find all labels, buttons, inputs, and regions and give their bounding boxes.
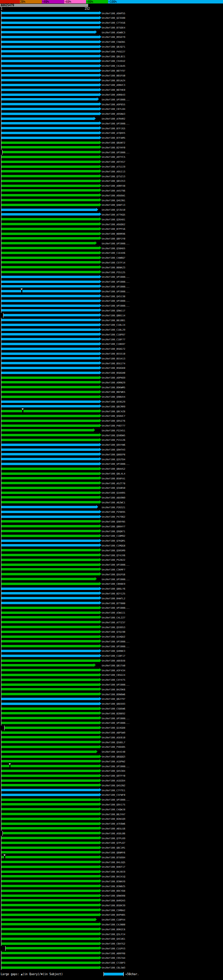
hit-bar[interactable] [2, 396, 99, 398]
hit-bar[interactable] [2, 353, 99, 355]
hit-label[interactable]: UniRef100_Q1HQU2 [102, 635, 125, 638]
hit-label[interactable]: UniRef100_B4Z9K6 [102, 688, 125, 691]
hit-label[interactable]: UniRef100_A8P5W9 [102, 732, 125, 734]
hit-label[interactable]: UniRef100_C5FWF0 [102, 794, 125, 797]
hit-bar[interactable] [2, 434, 99, 436]
hit-bar[interactable] [2, 103, 99, 105]
hit-bar[interactable] [2, 861, 99, 863]
hit-label[interactable]: UniRef100_C4L227 [102, 616, 125, 619]
hit-bar[interactable] [2, 199, 99, 201]
hit-bar[interactable] [2, 208, 96, 211]
hit-bar[interactable] [2, 899, 99, 901]
hit-label[interactable]: UniRef100_Q86LY6 [102, 587, 125, 590]
hit-bar[interactable] [2, 74, 99, 76]
hit-label[interactable]: UniRef100_B4WTL2 [102, 597, 125, 600]
hit-label[interactable]: UniRef100_Q45138 [102, 295, 125, 298]
hit-label[interactable]: UniRef100_B3N0Z5 [102, 885, 125, 888]
hit-label[interactable]: UniRef100_Q23S08 [102, 17, 125, 19]
hit-label[interactable]: UniRef100_C3KMF7 [102, 568, 125, 571]
hit-label[interactable]: UniRef100_Q38HU5 [102, 247, 125, 250]
hit-bar[interactable] [2, 822, 99, 825]
hit-bar[interactable] [3, 314, 99, 317]
hit-label[interactable]: UniRef100_C4JA45 [102, 65, 125, 67]
hit-label[interactable]: UniRef100_A6SLG6 [102, 827, 125, 830]
hit-label[interactable]: UniRef100_UPI000... [102, 722, 130, 724]
hit-bar[interactable] [2, 343, 99, 345]
hit-label[interactable]: UniRef100_C6L5W3 [102, 966, 125, 969]
hit-bar[interactable] [2, 650, 99, 652]
hit-label[interactable]: UniRef100_Q9BUV4 [102, 396, 125, 398]
hit-label[interactable]: UniRef100_UPI000... [102, 684, 130, 686]
hit-label[interactable]: UniRef100_A6ZWC1 [102, 501, 125, 504]
hit-label[interactable]: UniRef100_B6NKZ3 [102, 266, 125, 269]
hit-bar[interactable] [2, 41, 99, 43]
hit-label[interactable]: UniRef100_Q8L4L4 [102, 473, 125, 475]
hit-label[interactable]: UniRef100_Q58EL7 [102, 741, 125, 744]
hit-label[interactable]: UniRef100_C1BM92 [102, 535, 125, 538]
hit-bar[interactable] [2, 760, 99, 762]
hit-label[interactable]: UniRef100_B4PH05 [102, 913, 125, 916]
hit-label[interactable]: UniRef100_Q5R5M9 [102, 549, 125, 552]
hit-label[interactable]: UniRef100_C0SGI4 [102, 674, 125, 676]
hit-bar[interactable] [2, 856, 99, 858]
hit-bar[interactable] [2, 794, 99, 796]
hit-label[interactable]: UniRef100_C7YTE1 [102, 789, 125, 792]
hit-label[interactable]: UniRef100_B7T000 [102, 602, 125, 605]
hit-bar[interactable] [2, 405, 99, 407]
hit-label[interactable]: UniRef100_A7QHV5 [102, 132, 125, 135]
hit-label[interactable]: UniRef100_P46777 [102, 425, 125, 427]
hit-label[interactable]: UniRef100_A5DLB6 [102, 832, 125, 835]
hit-label[interactable]: UniRef100_Q7KQM1 [102, 539, 125, 542]
hit-bar[interactable] [2, 904, 99, 906]
hit-bar[interactable] [2, 36, 99, 38]
hit-label[interactable]: UniRef100_A9RN29 [102, 381, 125, 384]
hit-label[interactable]: UniRef100_UPI000... [102, 463, 130, 466]
hit-bar[interactable] [2, 789, 99, 791]
hit-label[interactable]: UniRef100_A9SNA3 [102, 113, 125, 115]
hit-bar[interactable] [2, 280, 99, 283]
hit-bar[interactable] [2, 247, 99, 249]
hit-bar[interactable] [2, 194, 99, 196]
hit-label[interactable]: UniRef100_UPI000... [102, 285, 130, 288]
hit-label[interactable]: UniRef100_A9PK69 [102, 377, 125, 379]
hit-bar[interactable] [2, 463, 99, 465]
hit-bar[interactable] [2, 156, 99, 158]
hit-label[interactable]: UniRef100_Q44I40 [102, 751, 125, 753]
hit-label[interactable]: UniRef100_C1E4X6 [102, 252, 125, 255]
hit-label[interactable]: UniRef100_P40405 [102, 746, 125, 748]
hit-bar[interactable] [2, 808, 99, 810]
hit-bar[interactable] [2, 679, 99, 681]
hit-bar[interactable] [2, 558, 99, 561]
hit-bar[interactable] [2, 894, 99, 897]
hit-label[interactable]: UniRef100_Q59953 [102, 626, 125, 629]
hit-label[interactable]: UniRef100_UPI000... [102, 799, 130, 801]
hit-bar[interactable] [2, 165, 99, 168]
hit-label[interactable]: UniRef100_B2B892 [102, 712, 125, 715]
hit-bar[interactable] [2, 391, 99, 393]
hit-bar[interactable] [3, 832, 99, 834]
hit-bar[interactable] [2, 420, 99, 422]
hit-bar[interactable] [2, 295, 99, 297]
hit-bar[interactable] [2, 415, 99, 417]
hit-bar[interactable] [2, 329, 99, 331]
hit-label[interactable]: UniRef100_Q59G29 [102, 401, 125, 403]
hit-bar[interactable] [2, 918, 95, 921]
hit-bar[interactable] [2, 616, 99, 619]
hit-bar[interactable] [2, 549, 99, 551]
hit-bar[interactable] [2, 146, 99, 148]
hit-label[interactable]: UniRef100_B7FAM5 [102, 137, 125, 139]
hit-label[interactable]: UniRef100_B9SEY9 [102, 36, 125, 38]
hit-label[interactable]: UniRef100_Q74JX6 [102, 554, 125, 557]
hit-label[interactable]: UniRef100_Q7PL69 [102, 837, 125, 840]
hit-label[interactable]: UniRef100_C6TL04 [102, 108, 125, 111]
hit-label[interactable]: UniRef100_C4QWJ8 [102, 808, 125, 811]
hit-label[interactable]: UniRef100_A9SI13 [102, 170, 125, 173]
hit-label[interactable]: UniRef100_UPI000... [102, 123, 130, 125]
hit-bar[interactable] [2, 741, 99, 743]
hit-label[interactable]: UniRef100_Q6C4Z8 [102, 410, 125, 413]
hit-bar[interactable] [2, 285, 99, 288]
hit-bar[interactable] [2, 276, 99, 278]
hit-bar[interactable] [2, 429, 93, 431]
hit-label[interactable]: UniRef100_UPI000... [102, 563, 130, 566]
hit-label[interactable]: UniRef100_B6THE0 [102, 89, 125, 91]
